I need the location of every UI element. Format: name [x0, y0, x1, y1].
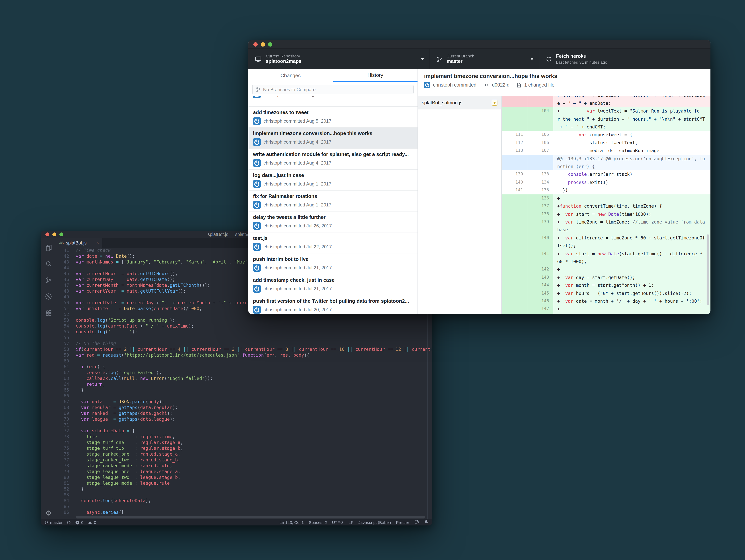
- diff-scrollbar-thumb[interactable]: [707, 235, 709, 305]
- committer-avatar-icon: [253, 306, 261, 314]
- status-errors[interactable]: 0: [75, 520, 84, 525]
- status-item[interactable]: Spaces: 2: [309, 520, 327, 525]
- commit-row[interactable]: push first version of the Twitter bot pu…: [248, 295, 418, 314]
- commit-detail-pane: implement timezone conversion...hope thi…: [418, 69, 710, 314]
- diff-row: 142+: [502, 266, 710, 274]
- notifications-bell-icon[interactable]: [424, 520, 428, 525]
- status-item[interactable]: Javascript (Babel): [358, 520, 391, 525]
- repo-label: Current Repository: [266, 54, 301, 59]
- code-line: 67 var data = JSON.parse(body);: [56, 399, 432, 405]
- explorer-icon[interactable]: [41, 240, 56, 256]
- status-item[interactable]: Prettier: [396, 520, 409, 525]
- fetch-button[interactable]: Fetch heroku Last fetched 31 minutes ago: [539, 49, 647, 69]
- commit-row[interactable]: test.js christoph committed Jul 22, 2017: [248, 232, 418, 253]
- branch-label: Current Branch: [447, 54, 474, 59]
- changed-file-count: 1 changed file: [524, 82, 554, 88]
- committer-avatar-icon: [253, 96, 261, 98]
- code-line: 83: [56, 492, 432, 498]
- file-row[interactable]: splatBot_salmon.js: [418, 96, 501, 110]
- committer-avatar-icon: [253, 138, 261, 146]
- diff-row: 140+ var difference = timeZone * 60 + st…: [502, 234, 710, 250]
- diff-row: 112106 status: tweetText,: [502, 139, 710, 147]
- tab-splatbot-js[interactable]: JS splatBot.js ×: [56, 238, 102, 248]
- commit-row-title: test.js: [253, 235, 413, 241]
- diff-row: 113107 media_ids: salmonRun_image: [502, 147, 710, 155]
- status-sync[interactable]: [67, 520, 71, 525]
- status-warnings[interactable]: 0: [88, 520, 96, 525]
- current-branch-button[interactable]: Current Branch master: [430, 49, 539, 69]
- compare-branch-row: No Branches to Compare: [248, 82, 418, 96]
- debug-icon[interactable]: [41, 288, 56, 305]
- commit-row[interactable]: delay the tweets a little further christ…: [248, 212, 418, 232]
- commit-row[interactable]: write authentication module for splatnet…: [248, 149, 418, 169]
- commit-row[interactable]: log data...just in case christoph commit…: [248, 169, 418, 191]
- diff-row: 137+function convertTime(time, timeZone)…: [502, 202, 710, 210]
- zoom-window-button[interactable]: [268, 42, 272, 46]
- minimize-window-button[interactable]: [261, 42, 265, 46]
- commit-row-title: log data...just in case: [253, 172, 413, 178]
- code-line: 55console.log("———————");: [56, 329, 432, 335]
- close-window-button[interactable]: [253, 42, 258, 46]
- diff-row: 111105 var composeTweet = {: [502, 131, 710, 139]
- tab-changes[interactable]: Changes: [248, 69, 333, 82]
- diff-row: 138+ var start = new Date(time*1000);: [502, 210, 710, 218]
- tab-history[interactable]: History: [333, 69, 418, 82]
- code-line: 71: [56, 422, 432, 428]
- feedback-smiley-icon[interactable]: ☺: [414, 520, 419, 525]
- status-item[interactable]: LF: [349, 520, 354, 525]
- code-line: 76 stage_ranked_one : ranked.stage_a,: [56, 452, 432, 457]
- diff-row: 136+: [502, 194, 710, 202]
- activity-bar: ⚙: [41, 238, 56, 519]
- diff-row: 141135 }): [502, 186, 710, 194]
- toolbar-spacer: [647, 49, 710, 69]
- code-line: 82 }: [56, 486, 432, 492]
- committer-avatar-icon: [253, 159, 261, 167]
- commit-row[interactable]: add timezones to tweet christoph committ…: [248, 107, 418, 128]
- commit-row-meta: christoph committed Aug 1, 2017: [253, 180, 413, 188]
- diff-row: 145+ var hours = ("0" + start.getHours()…: [502, 289, 710, 297]
- branch-icon: [256, 87, 261, 92]
- code-line: 54console.log(currentDate + " / " + unix…: [56, 323, 432, 329]
- commit-row-meta: christoph committed Jul 21, 2017: [253, 264, 413, 272]
- code-line: 86 async.series([: [56, 509, 432, 516]
- repository-monitor-icon: [255, 56, 262, 62]
- commit-sha[interactable]: d0022fd: [492, 82, 510, 88]
- tab-close-icon[interactable]: ×: [96, 241, 99, 245]
- commit-row-title: add timezones to tweet: [253, 110, 413, 115]
- status-item[interactable]: Ln 143, Col 1: [280, 520, 304, 525]
- commit-row[interactable]: fix for Rainmaker rotations christoph co…: [248, 191, 418, 212]
- commit-row-title: fix for Rainmaker rotations: [253, 193, 413, 199]
- committer-avatar-icon: [253, 243, 261, 251]
- source-control-icon[interactable]: [41, 272, 56, 288]
- extensions-icon[interactable]: [41, 305, 56, 321]
- code-line: 70 var league = getMaps(data.league);: [56, 416, 432, 422]
- commit-row[interactable]: add timestamp check, just in case christ…: [248, 274, 418, 295]
- status-branch[interactable]: master: [44, 520, 62, 525]
- diff-row: - var tweetText = "Salmon Run is playabl…: [502, 96, 710, 107]
- code-line: 85: [56, 504, 432, 509]
- chevron-down-icon: [421, 58, 424, 60]
- code-line: 73 time : regular.time,: [56, 434, 432, 440]
- commit-row-title: add timestamp check, just in case: [253, 277, 413, 283]
- github-titlebar: [248, 40, 710, 49]
- code-line: 79 stage_league_one : league.stage_a,: [56, 469, 432, 475]
- diff-row: 104+ var tweetText = "Salmon Run is play…: [502, 107, 710, 131]
- diff-row: 141+ var start = new Date(start.getTime(…: [502, 250, 710, 266]
- code-line: 75 stage_turf_two : regular.stage_b,: [56, 445, 432, 452]
- status-item[interactable]: UTF-8: [332, 520, 344, 525]
- github-toolbar: Current Repository splatoon2maps Current…: [248, 49, 710, 69]
- settings-gear-icon[interactable]: ⚙: [41, 509, 56, 517]
- code-line: 62 console.log('Login Failed');: [56, 370, 432, 376]
- horizontal-scrollbar[interactable]: [76, 516, 425, 519]
- search-icon[interactable]: [41, 256, 56, 272]
- compare-branch-input[interactable]: No Branches to Compare: [252, 85, 414, 94]
- commit-row[interactable]: implement timezone conversion...hope thi…: [248, 128, 418, 149]
- commit-row-meta: christoph committed Aug 5, 2017: [253, 96, 413, 98]
- commit-row[interactable]: christoph committed Aug 5, 2017: [248, 96, 418, 107]
- current-repository-button[interactable]: Current Repository splatoon2maps: [248, 49, 430, 69]
- commit-row-title: write authentication module for splatnet…: [253, 151, 413, 157]
- diff-row: 139133 console.error(err.stack): [502, 170, 710, 179]
- tab-label: splatBot.js: [66, 241, 87, 245]
- commit-row-title: implement timezone conversion...hope thi…: [253, 130, 413, 136]
- commit-row[interactable]: push interim bot to live christoph commi…: [248, 253, 418, 274]
